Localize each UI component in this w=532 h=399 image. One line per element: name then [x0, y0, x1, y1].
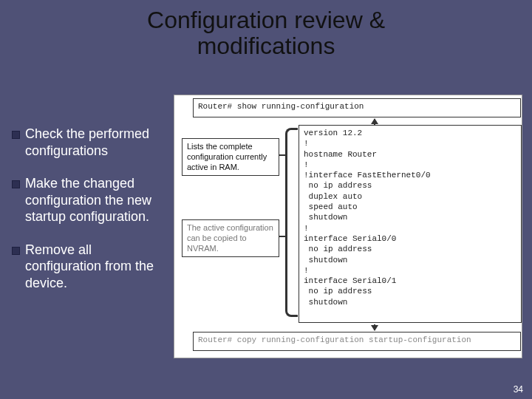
callout-text: The active configuration can be copied t…	[187, 223, 273, 253]
terminal-running-config-output: version 12.2 ! hostname Router ! !interf…	[299, 125, 522, 323]
curly-brace-icon	[285, 128, 298, 317]
diagram-panel: Router# show running-configuration versi…	[174, 95, 522, 358]
callout-text: Lists the complete configuration current…	[187, 142, 267, 171]
bullet-list: Check the performed configurations Make …	[12, 126, 167, 307]
callout-nvram: The active configuration can be copied t…	[182, 219, 279, 257]
terminal-text: Router# copy running-configuration start…	[198, 335, 471, 344]
terminal-text: Router# show running-configuration	[198, 102, 364, 111]
page-number-value: 34	[514, 384, 523, 395]
terminal-copy-running: Router# copy running-configuration start…	[193, 332, 521, 351]
bullet-item: Make the changed configuration the new s…	[12, 175, 167, 225]
terminal-text: version 12.2 ! hostname Router ! !interf…	[304, 129, 431, 307]
bullet-item: Remove all configuration from the device…	[12, 242, 167, 292]
bullet-text: Check the performed configurations	[25, 126, 149, 158]
bullet-item: Check the performed configurations	[12, 126, 167, 159]
title-line-2: modifications	[197, 33, 335, 59]
slide-title: Configuration review & modifications	[0, 7, 532, 59]
bullet-text: Remove all configuration from the device…	[25, 242, 154, 290]
bullet-text: Make the changed configuration the new s…	[25, 176, 151, 224]
arrow-up-icon	[374, 119, 375, 125]
page-number: 34	[514, 384, 523, 395]
arrow-down-icon	[374, 324, 375, 330]
title-line-1: Configuration review &	[147, 7, 385, 33]
callout-ram: Lists the complete configuration current…	[182, 138, 279, 176]
terminal-show-running: Router# show running-configuration	[193, 98, 521, 117]
